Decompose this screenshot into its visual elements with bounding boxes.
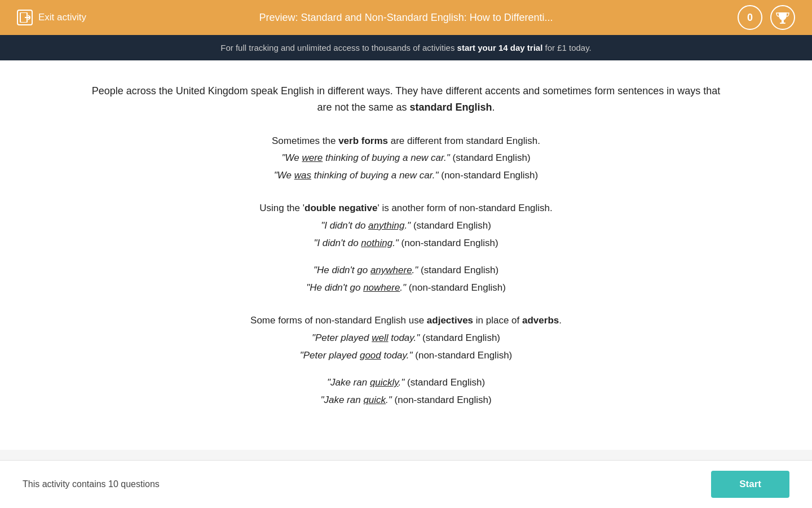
app-header: Exit activity Preview: Standard and Non-… xyxy=(0,0,812,35)
section2-line3: "I didn't do nothing." (non-standard Eng… xyxy=(85,235,727,252)
section-double-negative: Using the 'double negative' is another f… xyxy=(85,200,727,296)
intro-paragraph: People across the United Kingdom speak E… xyxy=(85,83,727,116)
exit-activity-button[interactable]: Exit activity xyxy=(17,10,86,25)
section1-line1: Sometimes the verb forms are different f… xyxy=(85,133,727,150)
trial-banner: For full tracking and unlimited access t… xyxy=(0,35,812,60)
trophy-badge xyxy=(770,5,795,30)
activity-title: Preview: Standard and Non-Standard Engli… xyxy=(259,12,553,24)
section3-line3: "Peter played good today." (non-standard… xyxy=(85,347,727,365)
trial-text-end: for £1 today. xyxy=(542,43,591,52)
intro-end: . xyxy=(492,102,495,113)
section3-line4: "Jake ran quickly." (standard English) xyxy=(85,374,727,392)
section-verb-forms: Sometimes the verb forms are different f… xyxy=(85,133,727,185)
section2-line4: "He didn't go anywhere." (standard Engli… xyxy=(85,262,727,279)
section2-line5: "He didn't go nowhere." (non-standard En… xyxy=(85,279,727,297)
bottom-bar: This activity contains 10 questions Star… xyxy=(0,460,812,508)
main-content: People across the United Kingdom speak E… xyxy=(0,60,812,450)
intro-text-pre: People across the United Kingdom speak E… xyxy=(92,85,721,113)
section2-line2: "I didn't do anything." (standard Englis… xyxy=(85,217,727,235)
svg-rect-3 xyxy=(780,23,785,24)
score-badge: 0 xyxy=(738,5,762,30)
section3-line2: "Peter played well today." (standard Eng… xyxy=(85,330,727,347)
trial-text-bold: start your 14 day trial xyxy=(457,43,543,52)
exit-icon xyxy=(17,10,33,25)
exit-activity-label: Exit activity xyxy=(38,12,86,23)
trial-text-normal: For full tracking and unlimited access t… xyxy=(220,43,457,52)
section3-line5: "Jake ran quick." (non-standard English) xyxy=(85,392,727,409)
section2-line1: Using the 'double negative' is another f… xyxy=(85,200,727,217)
activity-info: This activity contains 10 questions xyxy=(23,479,160,489)
svg-rect-2 xyxy=(782,20,784,23)
section1-line2: "We were thinking of buying a new car." … xyxy=(85,150,727,167)
section-adjectives-adverbs: Some forms of non-standard English use a… xyxy=(85,312,727,409)
start-button[interactable]: Start xyxy=(711,471,789,498)
intro-bold: standard English xyxy=(410,102,492,113)
section1-line3: "We was thinking of buying a new car." (… xyxy=(85,167,727,185)
section3-line1: Some forms of non-standard English use a… xyxy=(85,312,727,330)
header-right-controls: 0 xyxy=(738,5,795,30)
